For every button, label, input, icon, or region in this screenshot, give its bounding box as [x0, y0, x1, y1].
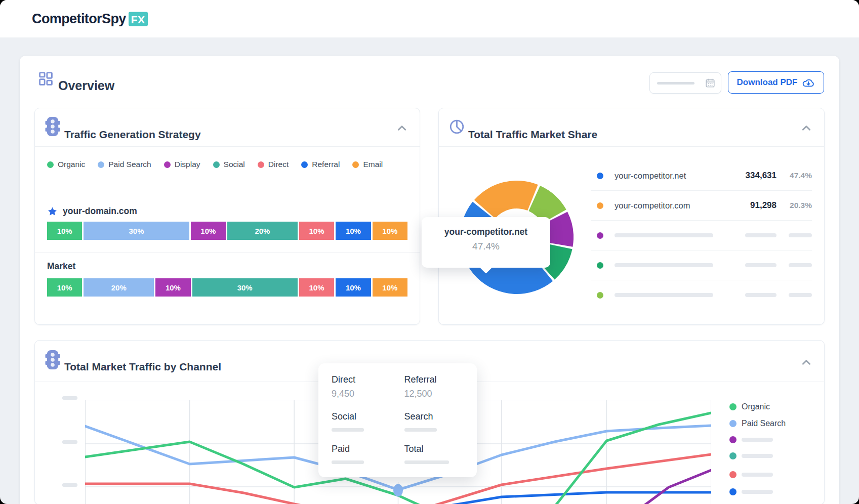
- entry-label: Search: [404, 411, 464, 422]
- bar-segment: 10%: [373, 278, 407, 297]
- y-axis-tick-placeholder: [62, 483, 77, 487]
- dashboard-grid-icon: [38, 71, 54, 87]
- tooltip-name: your-competitor.net: [422, 227, 550, 237]
- competitor-name: your-competitor.com: [615, 201, 721, 211]
- legend-label: Referral: [312, 160, 340, 169]
- legend-dot: [164, 161, 171, 168]
- topbar: CompetitorSpy FX: [0, 0, 859, 37]
- bar-segment: 10%: [155, 278, 190, 297]
- share-row: [591, 280, 812, 310]
- competitor-dot: [597, 202, 603, 209]
- download-pdf-label: Download PDF: [737, 77, 798, 88]
- bar-segment: 10%: [47, 278, 82, 297]
- bar-segment: 10%: [336, 278, 371, 297]
- share-placeholder-bar: [789, 233, 812, 237]
- legend-item: Display: [164, 160, 200, 169]
- channel-legend-item: [729, 470, 773, 480]
- legend-dot: [98, 161, 104, 168]
- entry-label: Social: [332, 411, 391, 422]
- brand-badge: FX: [129, 12, 148, 26]
- star-icon: [47, 206, 58, 217]
- entry-placeholder-bar: [404, 460, 449, 464]
- entry-label: Paid: [332, 444, 391, 454]
- share-row: [591, 250, 812, 280]
- legend-item: Referral: [301, 160, 340, 169]
- legend-label: Paid Search: [108, 160, 151, 169]
- collapse-chevron-icon[interactable]: [801, 122, 812, 134]
- legend-placeholder-bar: [742, 490, 773, 494]
- legend-label: Email: [363, 160, 383, 169]
- legend-placeholder-bar: [742, 438, 773, 442]
- legend-dot: [729, 488, 737, 495]
- bar-segment: 10%: [336, 222, 371, 240]
- competitor-dot: [597, 292, 603, 299]
- channel-legend-item: [729, 451, 773, 461]
- tooltip-entry: Search: [404, 411, 464, 434]
- share-row: your-competitor.net334,63147.4%: [591, 161, 812, 191]
- legend-item: Organic: [47, 160, 85, 169]
- legend-dot: [729, 452, 737, 459]
- traffic-light-icon: [45, 117, 60, 136]
- legend-dot: [729, 403, 737, 410]
- tooltip-entry: Total: [404, 444, 464, 466]
- share-placeholder-bar: [789, 263, 812, 267]
- traffic-light-icon: [45, 350, 60, 369]
- legend-dot: [301, 161, 308, 168]
- domain-row: your-domain.com: [47, 206, 137, 217]
- y-axis-tick-placeholder: [62, 440, 77, 444]
- brand-name: CompetitorSpy: [32, 11, 126, 27]
- legend-item: Social: [213, 160, 245, 169]
- legend-label: Organic: [58, 160, 85, 169]
- entry-label: Referral: [404, 374, 464, 385]
- bar-segment: 10%: [191, 222, 226, 240]
- card-channel-traffic: Total Market Traffic by Channel Direct9,…: [34, 340, 825, 504]
- entry-placeholder-bar: [332, 428, 364, 432]
- legend-item: Paid Search: [98, 160, 151, 169]
- highlight-marker[interactable]: [393, 484, 403, 497]
- date-range-input[interactable]: [649, 72, 721, 94]
- share-pct: 47.4%: [776, 171, 812, 180]
- collapse-chevron-icon[interactable]: [801, 357, 812, 368]
- collapse-chevron-icon[interactable]: [396, 122, 407, 134]
- legend-dot: [352, 161, 359, 168]
- visits-value: 91,298: [721, 200, 776, 211]
- cloud-download-icon: [802, 77, 815, 88]
- legend-label: Organic: [742, 402, 770, 411]
- card-title: Traffic Generation Strategy: [64, 129, 201, 141]
- download-pdf-button[interactable]: Download PDF: [728, 71, 824, 94]
- competitor-dot: [597, 262, 603, 269]
- bar-segment: 10%: [299, 222, 334, 240]
- date-placeholder-line: [657, 82, 694, 85]
- legend-dot: [729, 471, 737, 478]
- legend-dot: [258, 161, 264, 168]
- tooltip-entry: Direct9,450: [332, 374, 391, 401]
- page-title: Overview: [58, 78, 114, 93]
- entry-label: Total: [404, 444, 464, 454]
- channel-tooltip: Direct9,450Referral12,500SocialSearchPai…: [318, 363, 477, 477]
- competitor-name: your-competitor.net: [615, 171, 721, 181]
- share-row: [591, 221, 812, 250]
- legend-item: Email: [352, 160, 383, 169]
- name-placeholder-bar: [615, 233, 713, 237]
- name-placeholder-bar: [615, 263, 713, 267]
- strategy-legend: OrganicPaid SearchDisplaySocialDirectRef…: [47, 160, 383, 169]
- calendar-icon: [705, 77, 716, 89]
- bar-segment: 10%: [47, 222, 82, 240]
- share-tooltip: your-competitor.net 47.4%: [422, 217, 550, 268]
- legend-dot: [729, 420, 737, 427]
- visits-placeholder-bar: [745, 263, 776, 267]
- tooltip-share: 47.4%: [422, 241, 550, 252]
- bar-segment: 10%: [373, 222, 407, 240]
- name-placeholder-bar: [615, 293, 713, 297]
- legend-placeholder-bar: [742, 473, 773, 477]
- bar-segment: 20%: [84, 278, 154, 297]
- brand-logo[interactable]: CompetitorSpy FX: [32, 11, 148, 27]
- bar-segment: 30%: [192, 278, 298, 297]
- visits-placeholder-bar: [745, 293, 776, 297]
- pie-chart-icon: [449, 119, 465, 135]
- entry-label: Direct: [332, 374, 391, 385]
- entry-value: 9,450: [332, 389, 391, 399]
- divider: [35, 252, 420, 253]
- channel-legend-item: Organic: [729, 402, 770, 412]
- stacked-bar-market: 10%20%10%30%10%10%10%: [47, 278, 407, 297]
